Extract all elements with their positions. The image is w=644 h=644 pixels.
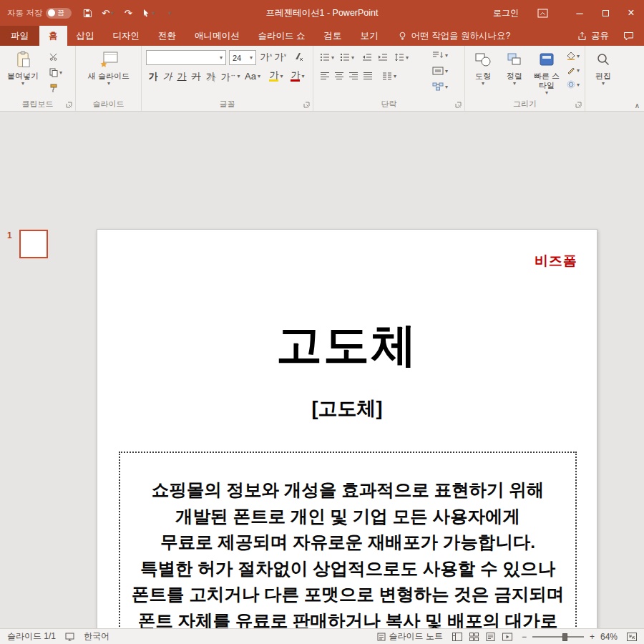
display-settings-button[interactable] [65, 633, 74, 641]
font-dialog-launcher[interactable] [303, 102, 311, 109]
text-direction-button[interactable] [422, 49, 458, 62]
change-case-button[interactable]: Aa [242, 69, 263, 83]
slide-sorter-view-button[interactable] [469, 633, 479, 641]
tab-insert[interactable]: 삽입 [67, 26, 104, 46]
shape-effects-button[interactable] [564, 79, 582, 90]
redo-button[interactable]: ↷ [122, 5, 134, 21]
new-slide-button[interactable]: 새 슬라이드 [83, 49, 135, 86]
comments-button[interactable] [623, 31, 634, 41]
arrange-button[interactable]: 정렬 [499, 49, 530, 86]
reading-view-button[interactable] [486, 633, 495, 641]
bold-button[interactable]: 가 [146, 69, 160, 83]
cut-button[interactable] [46, 50, 62, 63]
convert-to-smartart-button[interactable] [422, 80, 458, 93]
slide-counter[interactable]: 슬라이드 1/1 [7, 630, 56, 643]
align-right-button[interactable] [346, 69, 361, 83]
language-button[interactable]: 한국어 [84, 630, 109, 643]
align-left-button[interactable] [318, 69, 332, 83]
normal-view-button[interactable] [452, 633, 462, 641]
justify-button[interactable] [361, 69, 375, 83]
drawing-dialog-launcher[interactable] [575, 102, 582, 109]
notes-icon [377, 633, 386, 641]
autosave-state: 끔 [57, 9, 64, 18]
line-spacing-button[interactable] [392, 50, 411, 64]
zoom-slider[interactable] [532, 633, 584, 641]
paste-button[interactable]: 붙여넣기 [5, 49, 41, 86]
fit-to-window-button[interactable] [627, 633, 637, 641]
quick-styles-button[interactable]: 빠른 스타일 [531, 49, 562, 95]
zoom-out-button[interactable]: − [522, 632, 527, 642]
slide-canvas[interactable]: 비즈폼 고도체 [고도체] 쇼핑몰의 정보와 개성을 효과적으로 표현하기 위해… [97, 229, 597, 644]
save-button[interactable] [82, 5, 93, 21]
shape-fill-button[interactable] [564, 50, 582, 62]
paragraph-dialog-launcher[interactable] [455, 102, 462, 109]
copy-button[interactable] [46, 66, 66, 79]
zoom-in-button[interactable]: + [590, 632, 595, 642]
font-size-combo[interactable]: 24 [229, 50, 256, 65]
zoom-slider-thumb[interactable] [562, 633, 567, 641]
status-bar: 슬라이드 1/1 한국어 슬라이드 노트 − [0, 628, 644, 644]
tab-animations[interactable]: 애니메이션 [185, 26, 249, 46]
decrease-indent-button[interactable] [359, 50, 375, 64]
character-spacing-button[interactable]: 가 [220, 69, 240, 83]
brand-text[interactable]: 비즈폼 [535, 252, 577, 270]
minimize-button[interactable]: ─ [567, 0, 592, 26]
italic-button[interactable]: 가 [160, 69, 175, 83]
underline-button[interactable]: 가 [175, 69, 189, 83]
italic-icon: 가 [163, 72, 172, 81]
autosave-switch[interactable]: 끔 [46, 8, 72, 19]
increase-indent-icon [378, 53, 388, 62]
shapes-button[interactable]: 도형 [468, 49, 498, 86]
format-painter-button[interactable] [46, 82, 62, 94]
shapes-label: 도형 [475, 72, 491, 81]
tab-view[interactable]: 보기 [351, 26, 387, 46]
login-button[interactable]: 로그인 [493, 7, 519, 19]
tab-file[interactable]: 파일 [0, 26, 39, 46]
close-button[interactable]: × [618, 0, 644, 26]
tab-home[interactable]: 홈 [39, 26, 67, 46]
notes-button[interactable]: 슬라이드 노트 [377, 630, 443, 643]
slideshow-view-button[interactable] [502, 633, 512, 641]
text-direction-icon [432, 51, 444, 59]
powerpoint-window: 자동 저장 끔 ↶ ↷ 프레젠테이션1 - PowerPoint 로그 [0, 0, 644, 644]
slide-title-text[interactable]: 고도체 [97, 314, 597, 376]
text-highlight-button[interactable]: 가 [266, 69, 286, 83]
slide-body-textbox[interactable]: 쇼핑몰의 정보와 개성을 효과적으로 표현하기 위해 개발된 폰트로 개인 및 … [119, 452, 577, 644]
share-button[interactable]: 공유 [577, 30, 609, 42]
maximize-button[interactable] [592, 0, 618, 26]
font-name-combo[interactable] [146, 50, 226, 65]
bullets-button[interactable] [318, 50, 336, 64]
undo-button[interactable]: ↶ [102, 5, 114, 21]
tab-slideshow[interactable]: 슬라이드 쇼 [249, 26, 315, 46]
clear-formatting-button[interactable] [291, 49, 306, 64]
undo-icon: ↶ [102, 8, 109, 19]
clipboard-dialog-launcher[interactable] [66, 102, 73, 109]
slide-subtitle-text[interactable]: [고도체] [97, 396, 597, 421]
tab-transitions[interactable]: 전환 [149, 26, 185, 46]
align-text-icon [432, 67, 444, 75]
autosave-toggle[interactable]: 자동 저장 끔 [7, 8, 72, 19]
zoom-level[interactable]: 64% [600, 632, 618, 642]
text-shadow-button[interactable]: 가 [203, 69, 218, 83]
font-color-button[interactable]: 가 [288, 69, 308, 83]
align-text-button[interactable] [422, 64, 458, 77]
increase-indent-button[interactable] [375, 50, 391, 64]
shrink-font-button[interactable]: 가 [273, 49, 288, 64]
columns-button[interactable] [379, 69, 399, 83]
shape-outline-button[interactable] [564, 64, 582, 76]
editing-button[interactable]: 편집 [588, 49, 618, 86]
numbering-button[interactable] [338, 50, 356, 64]
tell-me-search[interactable]: 어떤 작업을 원하시나요? [399, 26, 510, 46]
new-slide-label: 새 슬라이드 [88, 72, 130, 81]
shape-effects-icon [567, 80, 575, 89]
strikethrough-button[interactable]: 가 [189, 69, 203, 83]
collapse-ribbon-button[interactable]: ∧ [635, 102, 640, 109]
grow-font-button[interactable]: 가 [259, 49, 273, 64]
align-center-button[interactable] [332, 69, 346, 83]
customize-qat-button[interactable] [163, 5, 175, 21]
tab-review[interactable]: 검토 [314, 26, 351, 46]
slide-thumbnail[interactable] [19, 230, 48, 258]
ribbon-display-options-button[interactable] [537, 9, 548, 18]
touch-mouse-mode-button[interactable] [142, 5, 155, 21]
tab-design[interactable]: 디자인 [104, 26, 150, 46]
